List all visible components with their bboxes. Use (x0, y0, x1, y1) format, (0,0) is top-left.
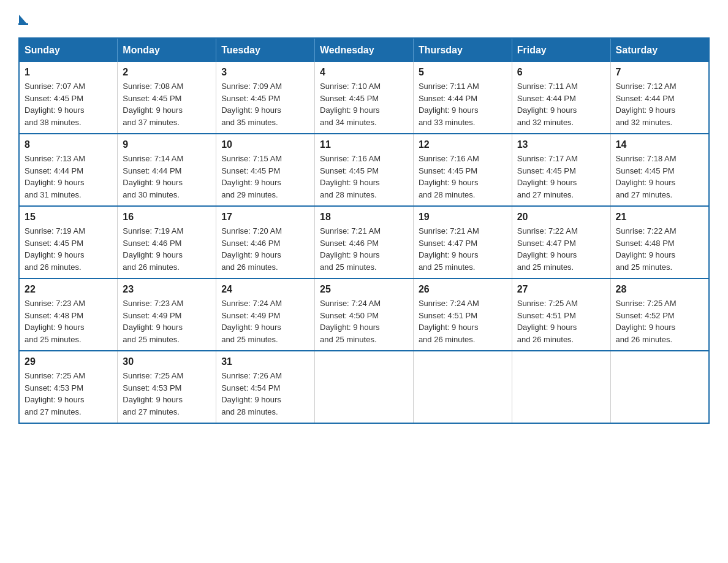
calendar-cell: 2Sunrise: 7:08 AMSunset: 4:45 PMDaylight… (118, 62, 216, 134)
calendar-cell: 3Sunrise: 7:09 AMSunset: 4:45 PMDaylight… (216, 62, 315, 134)
day-number: 7 (616, 67, 703, 78)
weekday-header-row: SundayMondayTuesdayWednesdayThursdayFrid… (19, 38, 709, 62)
day-info: Sunrise: 7:16 AMSunset: 4:45 PMDaylight:… (320, 153, 408, 201)
day-info: Sunrise: 7:24 AMSunset: 4:51 PMDaylight:… (419, 297, 507, 345)
day-number: 25 (320, 284, 408, 295)
page-header (18, 12, 710, 25)
calendar-week-row: 22Sunrise: 7:23 AMSunset: 4:48 PMDayligh… (19, 278, 709, 351)
day-number: 21 (616, 212, 703, 223)
logo-arrow-icon (19, 15, 28, 25)
day-number: 14 (616, 139, 703, 150)
day-info: Sunrise: 7:09 AMSunset: 4:45 PMDaylight:… (221, 80, 309, 128)
day-number: 26 (419, 284, 507, 295)
day-number: 4 (320, 67, 408, 78)
day-number: 22 (25, 284, 112, 295)
day-number: 3 (221, 67, 309, 78)
day-number: 16 (123, 212, 211, 223)
calendar-cell: 24Sunrise: 7:24 AMSunset: 4:49 PMDayligh… (216, 278, 315, 351)
day-number: 12 (419, 139, 507, 150)
calendar-cell: 11Sunrise: 7:16 AMSunset: 4:45 PMDayligh… (315, 134, 414, 206)
calendar-week-row: 8Sunrise: 7:13 AMSunset: 4:44 PMDaylight… (19, 134, 709, 206)
day-info: Sunrise: 7:19 AMSunset: 4:45 PMDaylight:… (25, 225, 112, 273)
day-number: 17 (221, 212, 309, 223)
calendar-table: SundayMondayTuesdayWednesdayThursdayFrid… (18, 37, 710, 424)
calendar-cell: 27Sunrise: 7:25 AMSunset: 4:51 PMDayligh… (512, 278, 610, 351)
day-number: 13 (517, 139, 605, 150)
day-number: 5 (419, 67, 507, 78)
day-info: Sunrise: 7:08 AMSunset: 4:45 PMDaylight:… (123, 80, 211, 128)
day-number: 2 (123, 67, 211, 78)
day-number: 23 (123, 284, 211, 295)
calendar-cell: 26Sunrise: 7:24 AMSunset: 4:51 PMDayligh… (413, 278, 512, 351)
day-number: 30 (123, 356, 211, 367)
day-info: Sunrise: 7:20 AMSunset: 4:46 PMDaylight:… (221, 225, 309, 273)
calendar-cell: 19Sunrise: 7:21 AMSunset: 4:47 PMDayligh… (413, 206, 512, 278)
day-info: Sunrise: 7:13 AMSunset: 4:44 PMDaylight:… (25, 153, 112, 201)
calendar-cell: 23Sunrise: 7:23 AMSunset: 4:49 PMDayligh… (118, 278, 216, 351)
calendar-cell (610, 351, 709, 423)
day-info: Sunrise: 7:10 AMSunset: 4:45 PMDaylight:… (320, 80, 408, 128)
calendar-cell: 10Sunrise: 7:15 AMSunset: 4:45 PMDayligh… (216, 134, 315, 206)
day-info: Sunrise: 7:25 AMSunset: 4:51 PMDaylight:… (517, 297, 605, 345)
day-info: Sunrise: 7:25 AMSunset: 4:53 PMDaylight:… (123, 370, 211, 418)
calendar-cell: 8Sunrise: 7:13 AMSunset: 4:44 PMDaylight… (19, 134, 118, 206)
calendar-cell: 12Sunrise: 7:16 AMSunset: 4:45 PMDayligh… (413, 134, 512, 206)
day-info: Sunrise: 7:26 AMSunset: 4:54 PMDaylight:… (221, 370, 309, 418)
day-info: Sunrise: 7:23 AMSunset: 4:49 PMDaylight:… (123, 297, 211, 345)
day-number: 15 (25, 212, 112, 223)
calendar-cell: 1Sunrise: 7:07 AMSunset: 4:45 PMDaylight… (19, 62, 118, 134)
calendar-cell: 21Sunrise: 7:22 AMSunset: 4:48 PMDayligh… (610, 206, 709, 278)
day-info: Sunrise: 7:17 AMSunset: 4:45 PMDaylight:… (517, 153, 605, 201)
calendar-cell: 7Sunrise: 7:12 AMSunset: 4:44 PMDaylight… (610, 62, 709, 134)
day-number: 27 (517, 284, 605, 295)
day-number: 9 (123, 139, 211, 150)
day-info: Sunrise: 7:14 AMSunset: 4:44 PMDaylight:… (123, 153, 211, 201)
calendar-cell: 31Sunrise: 7:26 AMSunset: 4:54 PMDayligh… (216, 351, 315, 423)
day-number: 18 (320, 212, 408, 223)
calendar-cell: 9Sunrise: 7:14 AMSunset: 4:44 PMDaylight… (118, 134, 216, 206)
day-info: Sunrise: 7:19 AMSunset: 4:46 PMDaylight:… (123, 225, 211, 273)
day-info: Sunrise: 7:18 AMSunset: 4:45 PMDaylight:… (616, 153, 703, 201)
day-number: 6 (517, 67, 605, 78)
calendar-cell (315, 351, 414, 423)
day-info: Sunrise: 7:25 AMSunset: 4:53 PMDaylight:… (25, 370, 112, 418)
day-info: Sunrise: 7:12 AMSunset: 4:44 PMDaylight:… (616, 80, 703, 128)
day-info: Sunrise: 7:24 AMSunset: 4:49 PMDaylight:… (221, 297, 309, 345)
day-number: 29 (25, 356, 112, 367)
day-info: Sunrise: 7:15 AMSunset: 4:45 PMDaylight:… (221, 153, 309, 201)
day-info: Sunrise: 7:11 AMSunset: 4:44 PMDaylight:… (517, 80, 605, 128)
day-info: Sunrise: 7:22 AMSunset: 4:47 PMDaylight:… (517, 225, 605, 273)
day-number: 10 (221, 139, 309, 150)
day-info: Sunrise: 7:22 AMSunset: 4:48 PMDaylight:… (616, 225, 703, 273)
calendar-week-row: 29Sunrise: 7:25 AMSunset: 4:53 PMDayligh… (19, 351, 709, 423)
calendar-cell: 17Sunrise: 7:20 AMSunset: 4:46 PMDayligh… (216, 206, 315, 278)
calendar-cell: 5Sunrise: 7:11 AMSunset: 4:44 PMDaylight… (413, 62, 512, 134)
weekday-header-tuesday: Tuesday (216, 38, 315, 62)
logo (18, 12, 28, 25)
calendar-cell (413, 351, 512, 423)
calendar-cell: 18Sunrise: 7:21 AMSunset: 4:46 PMDayligh… (315, 206, 414, 278)
calendar-cell: 6Sunrise: 7:11 AMSunset: 4:44 PMDaylight… (512, 62, 610, 134)
day-info: Sunrise: 7:24 AMSunset: 4:50 PMDaylight:… (320, 297, 408, 345)
calendar-week-row: 1Sunrise: 7:07 AMSunset: 4:45 PMDaylight… (19, 62, 709, 134)
day-number: 28 (616, 284, 703, 295)
weekday-header-sunday: Sunday (19, 38, 118, 62)
day-info: Sunrise: 7:07 AMSunset: 4:45 PMDaylight:… (25, 80, 112, 128)
calendar-cell: 25Sunrise: 7:24 AMSunset: 4:50 PMDayligh… (315, 278, 414, 351)
calendar-cell: 13Sunrise: 7:17 AMSunset: 4:45 PMDayligh… (512, 134, 610, 206)
weekday-header-saturday: Saturday (610, 38, 709, 62)
day-number: 11 (320, 139, 408, 150)
calendar-cell: 4Sunrise: 7:10 AMSunset: 4:45 PMDaylight… (315, 62, 414, 134)
day-number: 8 (25, 139, 112, 150)
calendar-cell (512, 351, 610, 423)
day-info: Sunrise: 7:25 AMSunset: 4:52 PMDaylight:… (616, 297, 703, 345)
calendar-cell: 29Sunrise: 7:25 AMSunset: 4:53 PMDayligh… (19, 351, 118, 423)
day-info: Sunrise: 7:21 AMSunset: 4:47 PMDaylight:… (419, 225, 507, 273)
calendar-week-row: 15Sunrise: 7:19 AMSunset: 4:45 PMDayligh… (19, 206, 709, 278)
calendar-cell: 20Sunrise: 7:22 AMSunset: 4:47 PMDayligh… (512, 206, 610, 278)
calendar-cell: 28Sunrise: 7:25 AMSunset: 4:52 PMDayligh… (610, 278, 709, 351)
day-number: 20 (517, 212, 605, 223)
weekday-header-monday: Monday (118, 38, 216, 62)
day-info: Sunrise: 7:11 AMSunset: 4:44 PMDaylight:… (419, 80, 507, 128)
day-number: 1 (25, 67, 112, 78)
